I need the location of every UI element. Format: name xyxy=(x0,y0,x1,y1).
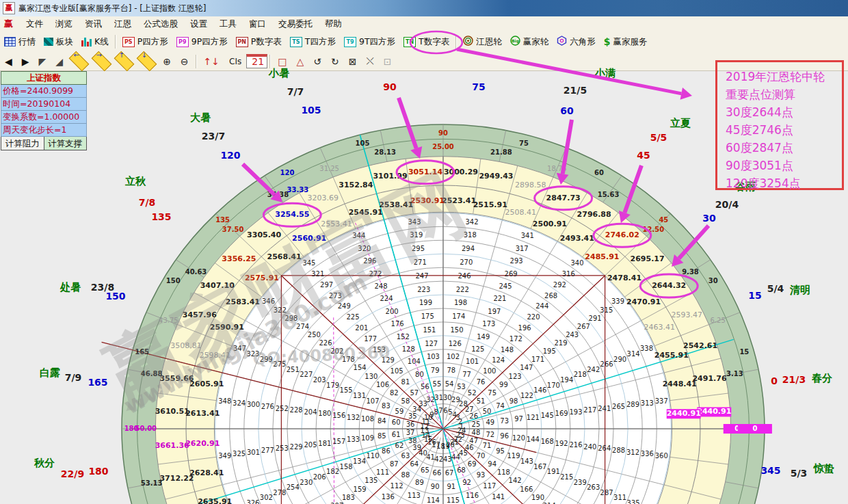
tool-draw-square[interactable]: □ xyxy=(273,55,291,68)
spiral-number: 242 xyxy=(587,366,600,373)
spiral-number: 325 xyxy=(233,450,246,457)
menu-item-8[interactable]: 交易委托 xyxy=(272,17,319,31)
menu-item-3[interactable]: 江恩 xyxy=(108,17,137,31)
wheel-spoke xyxy=(215,263,261,297)
spiral-number: 111 xyxy=(376,468,389,476)
tool-move-right[interactable]: → xyxy=(92,51,112,72)
watermark: www.yingjia360.com xyxy=(119,268,371,419)
tool-box-x[interactable]: ⊠ xyxy=(344,55,362,68)
spiral-number: 155 xyxy=(340,386,353,394)
spiral-number: 347 xyxy=(233,345,246,352)
tool-move-up[interactable]: ↑ xyxy=(114,51,135,72)
tool-rotate-ccw[interactable]: ↺ xyxy=(308,55,326,68)
toolbar-button-p-square[interactable]: PSP四方形 xyxy=(118,35,172,49)
spiral-number: 338 xyxy=(640,345,653,352)
spiral-number: 120 xyxy=(512,434,525,442)
spiral-number: 67 xyxy=(445,469,454,477)
spiral-number: 28 xyxy=(459,400,468,408)
spiral-number: 252 xyxy=(276,405,289,412)
tool-rotate-left[interactable]: ◤ xyxy=(34,55,51,68)
spiral-number: 52 xyxy=(468,389,477,397)
wheel-overlay-line xyxy=(360,135,526,504)
arrow-annotation xyxy=(243,164,274,195)
toolbar-button-sectors[interactable]: 板块 xyxy=(40,35,77,49)
calc-resistance-button[interactable]: 计算阻力 xyxy=(1,137,44,150)
price-inner: 2605.91 xyxy=(189,380,224,388)
menu-item-5[interactable]: 设置 xyxy=(184,17,213,31)
toolbar-button-t-square[interactable]: TST四方形 xyxy=(286,35,340,49)
calc-support-button[interactable]: 计算支撑 xyxy=(44,137,88,150)
circle-annotation-2847.73 xyxy=(535,187,592,210)
percent: 37.50 xyxy=(222,226,244,233)
tool-rotate-right[interactable]: ◢ xyxy=(51,55,68,68)
toolbar-button-kline[interactable]: K线 xyxy=(77,35,113,49)
tool-cls[interactable]: CIs xyxy=(224,56,246,67)
spiral-number: 79 xyxy=(431,367,440,374)
percent: 18.75 xyxy=(547,165,567,172)
toolbar-button-p-table[interactable]: PNP数字表 xyxy=(232,35,286,49)
spiral-number: 243 xyxy=(566,331,579,339)
spiral-number: 312 xyxy=(626,449,639,456)
tool-zoom-out[interactable]: ⊖ xyxy=(176,55,194,68)
tool-zoom-in[interactable]: ⊕ xyxy=(158,55,176,68)
spiral-number: 63 xyxy=(401,452,410,460)
toolbar-button-t-table[interactable]: TNT数字表 xyxy=(399,35,453,49)
9p-square-icon: P9 xyxy=(176,37,189,47)
tool-calendar[interactable]: 21 xyxy=(246,54,267,68)
info-row-0: 价格=2440.9099 xyxy=(1,85,87,98)
winner-service-label: 赢家服务 xyxy=(613,36,647,48)
outer-label: 5/5 xyxy=(650,132,667,143)
tool-nav-right[interactable]: ▶ xyxy=(17,55,34,68)
tool-move-left[interactable]: ← xyxy=(69,51,90,72)
spiral-number: 349 xyxy=(218,452,231,460)
tool-crosshair[interactable]: ⤬ xyxy=(361,55,378,68)
spiral-number: 177 xyxy=(364,335,377,343)
spiral-number: 118 xyxy=(497,468,510,476)
window-title: 赢家江恩专业版[赢家服务平台] - [上证指数 江恩轮] xyxy=(18,3,207,14)
spiral-number: 90 xyxy=(431,483,440,490)
menu-item-0[interactable]: 文件 xyxy=(20,17,49,31)
menu-item-2[interactable]: 资讯 xyxy=(79,17,108,31)
spiral-number: 175 xyxy=(421,313,434,320)
spiral-number: 2 xyxy=(458,418,462,425)
price-inner: 2635.91 xyxy=(198,497,232,504)
toolbar-button-9p-square[interactable]: P99P四方形 xyxy=(172,35,232,49)
spiral-number: 4 xyxy=(452,411,456,419)
toolbar-button-hexagon[interactable]: 六角形 xyxy=(553,34,600,49)
p-table-icon: PN xyxy=(236,37,248,47)
tool-nav-left[interactable]: ◀ xyxy=(0,55,17,68)
wheel-spoke xyxy=(146,313,178,325)
toolbar-button-9t-square[interactable]: T99T四方形 xyxy=(340,35,399,49)
tool-t-updown[interactable]: ↑↓ xyxy=(199,55,224,68)
wheel-spoke xyxy=(670,393,728,401)
price-inner-highlight: 2440.91 xyxy=(667,409,701,418)
wheel-ring xyxy=(155,157,730,504)
tool-rotate-cw[interactable]: ↻ xyxy=(326,55,344,68)
tool-move-down[interactable]: ↓ xyxy=(137,51,157,72)
menu-item-9[interactable]: 帮助 xyxy=(319,17,348,31)
toolbar-button-quotes[interactable]: 行情 xyxy=(0,35,40,49)
menu-item-7[interactable]: 窗口 xyxy=(243,17,272,31)
menu-item-6[interactable]: 工具 xyxy=(213,17,243,31)
spiral-number: 123 xyxy=(509,373,522,380)
price-outer: 2593.47 xyxy=(671,310,702,319)
menu-item-4[interactable]: 公式选股 xyxy=(137,17,184,31)
wheel-spoke xyxy=(473,159,481,214)
tool-board[interactable]: ⊡ xyxy=(379,55,397,68)
9t-square-icon: T9 xyxy=(344,37,356,47)
quotes-label: 行情 xyxy=(18,36,36,48)
toolbar-button-winner-wheel[interactable]: Big赢家轮 xyxy=(506,34,553,49)
wheel-overlay-line xyxy=(355,223,503,504)
t-square-label: T四方形 xyxy=(305,36,336,48)
menu-item-1[interactable]: 浏览 xyxy=(49,17,79,31)
spiral-number: 197 xyxy=(488,308,501,315)
hexagon-label: 六角形 xyxy=(570,36,596,48)
spiral-number: 53 xyxy=(457,383,466,390)
outer-label: 135 xyxy=(151,211,171,222)
spiral-number: 3 xyxy=(455,414,460,421)
toolbar-button-winner-service[interactable]: $赢家服务 xyxy=(600,35,652,49)
spiral-number: 130 xyxy=(365,373,377,380)
tool-draw-triangle[interactable]: △ xyxy=(291,55,308,68)
toolbar-button-gann-wheel[interactable]: 江恩轮 xyxy=(459,34,506,49)
p-square-label: P四方形 xyxy=(137,36,168,48)
